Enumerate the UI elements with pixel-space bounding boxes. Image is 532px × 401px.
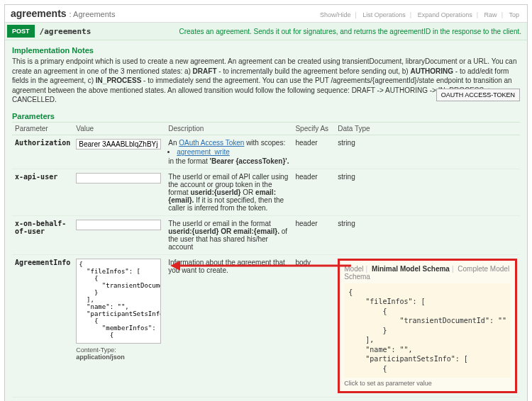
authorization-input[interactable] bbox=[76, 139, 161, 149]
link-expand-ops[interactable]: Expand Operations bbox=[418, 11, 472, 18]
col-specify-as: Specify As bbox=[292, 122, 335, 135]
tag-subtitle: : Agreements bbox=[70, 10, 116, 18]
agreementinfo-textarea[interactable]: { "fileInfos": [ { "transientDocumentId"… bbox=[76, 259, 161, 344]
col-data-type: Data Type bbox=[335, 122, 520, 135]
param-name: Authorization bbox=[15, 139, 70, 147]
param-row-x-api-user: x-api-user The userId or email of API ca… bbox=[12, 169, 520, 215]
endpoint-path: /agreements bbox=[37, 27, 92, 36]
schema-callout: Model| Minimal Model Schema| Complete Mo… bbox=[338, 259, 517, 394]
oauth-token-link[interactable]: OAuth Access Token bbox=[179, 139, 244, 147]
parameters-heading: Parameters bbox=[12, 112, 520, 120]
param-row-authorization: Authorization An OAuth Access Token with… bbox=[12, 135, 520, 169]
param-row-agreementinfo: AgreementInfo { "fileInfos": [ { "transi… bbox=[12, 254, 520, 397]
schema-preview[interactable]: { "fileInfos": [ { "transientDocumentId"… bbox=[344, 283, 511, 378]
tag-title: agreements bbox=[11, 8, 67, 19]
param-row-x-on-behalf-of-user: x-on-behalf- of-user The userId or email… bbox=[12, 215, 520, 254]
x-api-user-input[interactable] bbox=[76, 173, 161, 183]
col-parameter: Parameter bbox=[12, 122, 73, 135]
scope-link[interactable]: agreement_write bbox=[177, 148, 229, 156]
parameters-table: Parameter Value Description Specify As D… bbox=[12, 122, 520, 398]
operation-body: Implementation Notes This is a primary e… bbox=[5, 40, 527, 401]
oauth-token-button[interactable]: OAUTH ACCESS-TOKEN bbox=[436, 89, 520, 101]
operation-bar[interactable]: POST /agreements Creates an agreement. S… bbox=[5, 23, 527, 40]
link-show-hide[interactable]: Show/Hide bbox=[320, 11, 351, 18]
x-on-behalf-input[interactable] bbox=[76, 220, 161, 230]
param-name: AgreementInfo bbox=[15, 259, 70, 266]
schema-tab-minimal[interactable]: Minimal Model Schema bbox=[372, 265, 450, 273]
param-name: x-on-behalf- of-user bbox=[15, 220, 66, 235]
col-value: Value bbox=[73, 122, 165, 135]
schema-note: Click to set as parameter value bbox=[344, 380, 511, 387]
link-raw[interactable]: Raw bbox=[484, 11, 497, 18]
schema-tab-model[interactable]: Model bbox=[344, 265, 363, 273]
top-links: Show/Hide| List Operations| Expand Opera… bbox=[318, 11, 521, 18]
impl-notes-heading: Implementation Notes bbox=[12, 46, 520, 55]
content-type-label: Content-Type: application/json bbox=[76, 346, 162, 361]
http-method-badge: POST bbox=[7, 25, 35, 38]
param-name: x-api-user bbox=[15, 173, 57, 181]
link-top[interactable]: Top bbox=[509, 11, 519, 18]
link-list-ops[interactable]: List Operations bbox=[362, 11, 406, 18]
col-description: Description bbox=[165, 122, 292, 135]
tag-header: agreements : Agreements Show/Hide| List … bbox=[5, 5, 527, 23]
operation-summary: Creates an agreement. Sends it out for s… bbox=[174, 25, 528, 38]
